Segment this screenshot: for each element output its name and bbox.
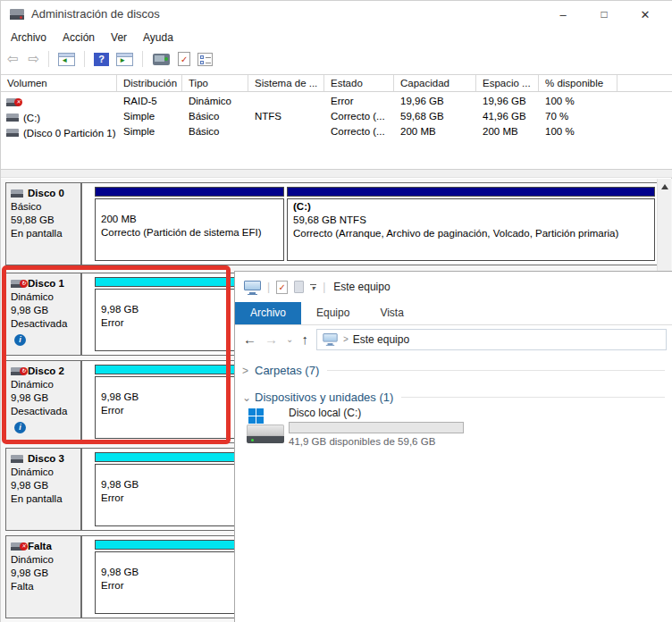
- partition-efi[interactable]: 200 MB Correcto (Partición de sistema EF…: [95, 187, 284, 261]
- title-bar: Administración de discos – □ ✕: [1, 1, 672, 28]
- volume-list-header: Volumen Distribución Tipo Sistema de ...…: [1, 74, 672, 92]
- col-distribucion[interactable]: Distribución: [117, 75, 182, 91]
- recent-locations-icon[interactable]: ⌄: [286, 334, 293, 344]
- cell-estado: Correcto (...: [324, 124, 394, 139]
- quick-access-check-icon[interactable]: ✓: [276, 281, 288, 294]
- tab-equipo[interactable]: Equipo: [301, 302, 365, 324]
- error-highlight-annotation: [2, 265, 231, 444]
- cell-capacidad: 200 MB: [394, 124, 476, 139]
- action-pane-icon[interactable]: ►: [116, 53, 133, 66]
- explorer-content: > Carpetas (7) ⌄ Dispositivos y unidades…: [235, 353, 672, 622]
- address-bar[interactable]: > Este equipo: [316, 329, 667, 350]
- partition-size: 59,68 GB NTFS: [293, 214, 654, 227]
- col-sistema[interactable]: Sistema de ...: [248, 75, 324, 91]
- cell-sistema: [248, 124, 324, 139]
- quick-access-file-icon[interactable]: [294, 281, 304, 293]
- group-rule: [327, 370, 665, 371]
- maximize-button[interactable]: □: [584, 1, 625, 28]
- toolbar-separator: [142, 51, 143, 67]
- close-button[interactable]: ✕: [625, 1, 666, 28]
- disk-status: En pantalla: [11, 227, 78, 240]
- breadcrumb[interactable]: Este equipo: [353, 333, 409, 346]
- col-estado[interactable]: Estado: [324, 75, 394, 91]
- volume-icon: [6, 113, 19, 122]
- table-row[interactable]: (Disco 0 Partición 1) Simple Básico Corr…: [1, 124, 672, 139]
- toolbar-separator: [84, 51, 85, 67]
- cell-tipo: Básico: [182, 124, 248, 139]
- drive-name: Disco local (C:): [289, 407, 361, 419]
- volume-name: (Disco 0 Partición 1): [23, 128, 116, 139]
- partition-color-bar: [95, 187, 284, 197]
- disk-row-disco0: Disco 0 Básico 59,88 GB En pantalla 200 …: [1, 182, 672, 265]
- disk-header[interactable]: ✕ Falta Dinámico 9,98 GB Falta: [5, 535, 81, 618]
- file-explorer-window: | ✓ ▾ | Este equipo Archivo Equipo Vista…: [234, 271, 672, 622]
- nav-forward-icon[interactable]: →: [265, 332, 278, 347]
- this-pc-icon: [323, 333, 337, 345]
- volume-list: Volumen Distribución Tipo Sistema de ...…: [1, 71, 672, 169]
- minimize-button[interactable]: –: [542, 1, 584, 28]
- hard-drive-icon: [247, 424, 284, 446]
- windows-logo-icon: [248, 408, 264, 424]
- col-tipo[interactable]: Tipo: [182, 75, 248, 91]
- validate-document-icon[interactable]: ✓: [178, 52, 190, 66]
- explorer-window-title: Este equipo: [333, 281, 390, 293]
- disk-name: Disco 3: [28, 452, 64, 466]
- disk-missing-icon: ✕: [11, 542, 24, 551]
- group-folders[interactable]: > Carpetas (7): [235, 364, 672, 377]
- this-pc-icon: [244, 281, 261, 294]
- console-icon[interactable]: [153, 54, 170, 65]
- partition-status: Correcto (Arranque, Archivo de paginació…: [293, 227, 654, 240]
- cell-espacio: 200 MB: [476, 124, 539, 139]
- breadcrumb-separator-icon: >: [343, 334, 349, 344]
- menu-accion[interactable]: Acción: [55, 29, 103, 46]
- nav-up-icon[interactable]: ↑: [301, 332, 308, 347]
- menu-ver[interactable]: Ver: [103, 29, 135, 46]
- col-disponible[interactable]: % disponible: [539, 75, 617, 91]
- table-row[interactable]: ✕ RAID-5 Dinámico Error 19,96 GB 19,96 G…: [1, 94, 672, 109]
- col-volumen[interactable]: Volumen: [1, 75, 117, 91]
- disk-header[interactable]: Disco 0 Básico 59,88 GB En pantalla: [5, 182, 81, 265]
- forward-arrow-icon[interactable]: ⇨: [29, 51, 40, 67]
- disk-type: Dinámico: [11, 553, 78, 567]
- col-capacidad[interactable]: Capacidad: [394, 75, 476, 91]
- cell-sistema: NTFS: [248, 109, 324, 124]
- cell-sistema: [248, 94, 324, 109]
- drive-item-c[interactable]: Disco local (C:) 41,9 GB disponibles de …: [247, 408, 497, 453]
- back-arrow-icon[interactable]: ⇦: [7, 51, 19, 67]
- tab-archivo[interactable]: Archivo: [235, 302, 301, 324]
- ribbon-tabs: Archivo Equipo Vista: [235, 302, 672, 325]
- volume-name: (C:): [23, 113, 40, 123]
- col-espacio[interactable]: Espacio ...: [476, 75, 539, 91]
- cell-estado: Correcto (...: [324, 109, 394, 124]
- scroll-up-icon[interactable]: [661, 184, 668, 189]
- disk-name: Falta: [28, 540, 52, 553]
- cell-espacio: 41,96 GB: [476, 109, 539, 124]
- cell-capacidad: 19,96 GB: [394, 94, 476, 109]
- separator: |: [323, 281, 325, 293]
- cell-disponible: 100 %: [539, 94, 617, 109]
- cell-tipo: Dinámico: [182, 94, 248, 109]
- group-devices[interactable]: ⌄ Dispositivos y unidades (1): [235, 391, 672, 404]
- customize-toolbar-icon[interactable]: ▾: [310, 284, 316, 290]
- tab-vista[interactable]: Vista: [365, 302, 418, 324]
- console-tree-icon[interactable]: ◄: [58, 53, 75, 66]
- horizontal-scrollbar[interactable]: [1, 169, 672, 178]
- nav-back-icon[interactable]: ←: [243, 332, 256, 347]
- toolbar-separator: [48, 51, 49, 67]
- disk-type: Dinámico: [11, 466, 78, 479]
- properties-checklist-icon[interactable]: [197, 53, 213, 66]
- menu-ayuda[interactable]: Ayuda: [135, 29, 181, 46]
- help-icon[interactable]: ?: [94, 53, 109, 66]
- cell-disponible: 70 %: [539, 109, 617, 124]
- disk-header[interactable]: Disco 3 Dinámico 9,98 GB En pantalla: [5, 448, 81, 531]
- partition-label: (C:): [293, 200, 654, 214]
- table-row[interactable]: (C:) Simple Básico NTFS Correcto (... 59…: [1, 109, 672, 124]
- group-rule: [401, 397, 665, 398]
- chevron-right-icon[interactable]: >: [242, 365, 255, 377]
- menu-archivo[interactable]: Archivo: [3, 29, 55, 46]
- chevron-down-icon[interactable]: ⌄: [242, 391, 255, 404]
- partition-c[interactable]: (C:) 59,68 GB NTFS Correcto (Arranque, A…: [287, 187, 655, 261]
- volume-icon: [6, 129, 19, 138]
- cell-espacio: 19,96 GB: [476, 94, 539, 109]
- menu-bar: Archivo Acción Ver Ayuda: [1, 28, 672, 47]
